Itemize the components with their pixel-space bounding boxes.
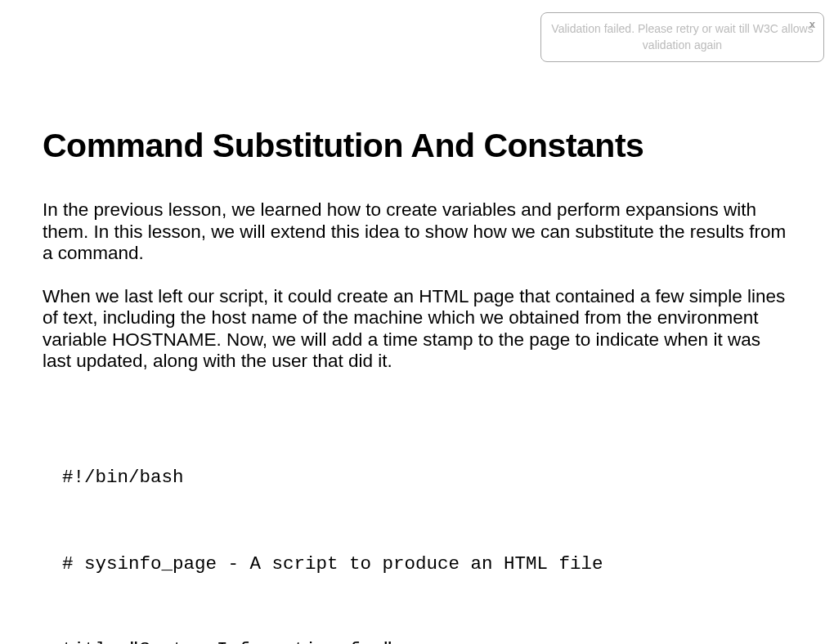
code-block: #!/bin/bash # sysinfo_page - A script to… (62, 423, 791, 644)
close-icon[interactable]: x (809, 18, 815, 30)
main-content: Command Substitution And Constants In th… (0, 0, 834, 644)
validation-notification: Validation failed. Please retry or wait … (540, 12, 824, 62)
code-line: #!/bin/bash (62, 467, 791, 489)
code-line: # sysinfo_page - A script to produce an … (62, 553, 791, 575)
page-title: Command Substitution And Constants (43, 127, 791, 165)
notification-text: Validation failed. Please retry or wait … (551, 21, 814, 53)
intro-paragraph-1: In the previous lesson, we learned how t… (43, 199, 791, 265)
intro-paragraph-2: When we last left our script, it could c… (43, 286, 791, 373)
code-line: title="System Information for" (62, 639, 791, 644)
